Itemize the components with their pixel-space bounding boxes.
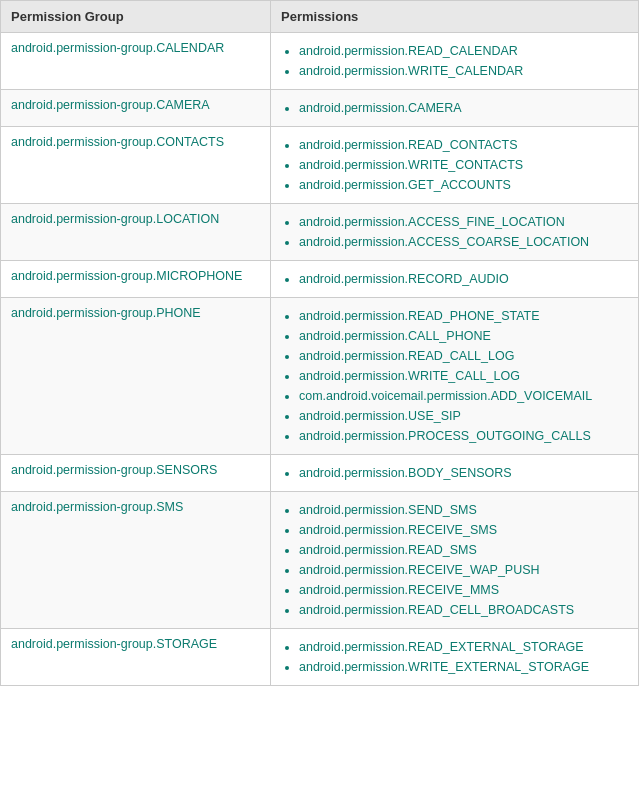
group-cell: android.permission-group.STORAGE (1, 629, 271, 686)
group-cell: android.permission-group.SENSORS (1, 455, 271, 492)
group-cell: android.permission-group.PHONE (1, 298, 271, 455)
list-item: android.permission.READ_CALL_LOG (299, 346, 628, 366)
permissions-cell: android.permission.BODY_SENSORS (271, 455, 639, 492)
list-item: android.permission.RECORD_AUDIO (299, 269, 628, 289)
list-item: android.permission.CALL_PHONE (299, 326, 628, 346)
header-group: Permission Group (1, 1, 271, 33)
list-item: android.permission.READ_SMS (299, 540, 628, 560)
list-item: android.permission.SEND_SMS (299, 500, 628, 520)
group-cell: android.permission-group.LOCATION (1, 204, 271, 261)
list-item: android.permission.WRITE_CALENDAR (299, 61, 628, 81)
list-item: android.permission.ACCESS_FINE_LOCATION (299, 212, 628, 232)
list-item: android.permission.CAMERA (299, 98, 628, 118)
list-item: android.permission.RECEIVE_SMS (299, 520, 628, 540)
list-item: android.permission.READ_PHONE_STATE (299, 306, 628, 326)
list-item: android.permission.READ_EXTERNAL_STORAGE (299, 637, 628, 657)
permissions-cell: android.permission.CAMERA (271, 90, 639, 127)
permissions-cell: android.permission.READ_PHONE_STATEandro… (271, 298, 639, 455)
permissions-table: Permission Group Permissions android.per… (0, 0, 639, 686)
permissions-cell: android.permission.READ_EXTERNAL_STORAGE… (271, 629, 639, 686)
list-item: android.permission.RECEIVE_WAP_PUSH (299, 560, 628, 580)
list-item: android.permission.READ_CALENDAR (299, 41, 628, 61)
permissions-cell: android.permission.READ_CONTACTSandroid.… (271, 127, 639, 204)
group-cell: android.permission-group.CAMERA (1, 90, 271, 127)
list-item: android.permission.READ_CELL_BROADCASTS (299, 600, 628, 620)
group-cell: android.permission-group.SMS (1, 492, 271, 629)
list-item: android.permission.USE_SIP (299, 406, 628, 426)
permissions-cell: android.permission.READ_CALENDARandroid.… (271, 33, 639, 90)
list-item: com.android.voicemail.permission.ADD_VOI… (299, 386, 628, 406)
list-item: android.permission.WRITE_EXTERNAL_STORAG… (299, 657, 628, 677)
list-item: android.permission.BODY_SENSORS (299, 463, 628, 483)
list-item: android.permission.RECEIVE_MMS (299, 580, 628, 600)
list-item: android.permission.WRITE_CONTACTS (299, 155, 628, 175)
group-cell: android.permission-group.MICROPHONE (1, 261, 271, 298)
list-item: android.permission.GET_ACCOUNTS (299, 175, 628, 195)
list-item: android.permission.PROCESS_OUTGOING_CALL… (299, 426, 628, 446)
list-item: android.permission.WRITE_CALL_LOG (299, 366, 628, 386)
permissions-cell: android.permission.ACCESS_FINE_LOCATIONa… (271, 204, 639, 261)
group-cell: android.permission-group.CALENDAR (1, 33, 271, 90)
list-item: android.permission.READ_CONTACTS (299, 135, 628, 155)
permissions-cell: android.permission.SEND_SMSandroid.permi… (271, 492, 639, 629)
permissions-cell: android.permission.RECORD_AUDIO (271, 261, 639, 298)
list-item: android.permission.ACCESS_COARSE_LOCATIO… (299, 232, 628, 252)
header-permissions: Permissions (271, 1, 639, 33)
group-cell: android.permission-group.CONTACTS (1, 127, 271, 204)
